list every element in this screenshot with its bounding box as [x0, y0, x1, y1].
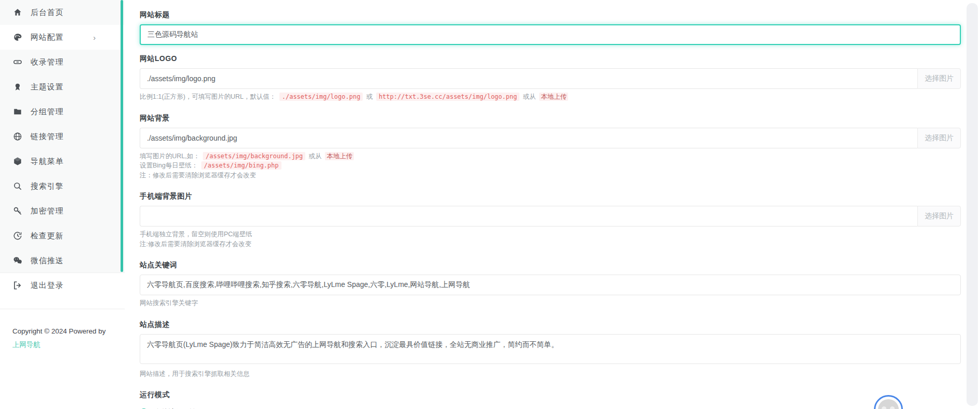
mobile-background-label: 手机端背景图片 [140, 192, 961, 201]
code-snippet: /assets/img/background.jpg [203, 152, 305, 160]
site-keywords-label: 站点关键词 [140, 261, 961, 270]
local-upload-link[interactable]: 本地上传 [325, 152, 354, 160]
local-upload-link[interactable]: 本地上传 [539, 93, 568, 101]
copyright-link[interactable]: 上网导航 [12, 338, 40, 352]
mobile-background-help: 手机端独立背景，留空则使用PC端壁纸 注:修改后需要清除浏览器缓存才会改变 [140, 230, 961, 249]
sidebar-item-wechat-push[interactable]: 微信推送 [0, 248, 125, 273]
site-background-input[interactable] [140, 128, 917, 148]
sidebar-item-label: 网站配置 [31, 33, 93, 42]
site-background-label: 网站背景 [140, 114, 961, 123]
mobile-background-input[interactable] [140, 206, 917, 226]
sidebar-item-label: 退出登录 [31, 281, 115, 291]
settings-form: 网站标题 网站LOGO 选择图片 比例1:1(正方形)，可填写图片的URL，默认… [125, 0, 980, 409]
folder-icon [13, 107, 22, 116]
cube-icon [13, 157, 22, 166]
site-keywords-input[interactable] [140, 275, 961, 295]
logout-icon [13, 281, 22, 290]
help-text: 比例1:1(正方形)，可填写图片的URL，默认值： [140, 93, 276, 100]
help-text: 设置Bing每日壁纸： [140, 162, 198, 169]
code-snippet: /assets/img/bing.php [201, 161, 281, 170]
site-title-label: 网站标题 [140, 10, 961, 20]
search-icon [13, 181, 22, 191]
sidebar-item-label: 后台首页 [31, 8, 115, 18]
site-keywords-help: 网站搜索引擎关键字 [140, 298, 961, 308]
help-text: 注:修改后需要清除浏览器缓存才会改变 [140, 239, 961, 249]
chevron-right-icon: › [93, 33, 96, 42]
site-description-label: 站点描述 [140, 320, 961, 329]
sidebar-item-dashboard[interactable]: 后台首页 [0, 0, 125, 25]
page-scrollbar-track[interactable] [967, 3, 978, 406]
sidebar-scrollbar-thumb[interactable] [121, 0, 123, 272]
sidebar-item-links[interactable]: 链接管理 [0, 124, 125, 149]
key-icon [13, 206, 22, 216]
pick-logo-button[interactable]: 选择图片 [917, 68, 961, 89]
site-description-textarea[interactable]: 六零导航页(LyLme Spage)致力于简洁高效无广告的上网导航和搜索入口，沉… [140, 334, 961, 364]
help-text: 或从 [309, 153, 322, 160]
sidebar-item-site-config[interactable]: 网站配置 › [0, 25, 125, 50]
history-icon [13, 231, 22, 240]
code-snippet: http://txt.3se.cc/assets/img/logo.png [376, 93, 519, 101]
sidebar: 后台首页 网站配置 › 收录管理 主题设置 分组管理 [0, 0, 125, 409]
copyright-text: Copyright © 2024 Powered by [12, 327, 106, 335]
sidebar-item-label: 主题设置 [31, 82, 115, 92]
globe-icon [13, 132, 22, 141]
sidebar-item-theme[interactable]: 主题设置 [0, 74, 125, 99]
link-icon [13, 57, 22, 67]
sidebar-item-label: 导航菜单 [31, 157, 115, 166]
widget-face-icon [878, 399, 899, 409]
sidebar-item-label: 链接管理 [31, 132, 115, 142]
sidebar-menu: 后台首页 网站配置 › 收录管理 主题设置 分组管理 [0, 0, 125, 273]
sidebar-item-groups[interactable]: 分组管理 [0, 99, 125, 124]
sidebar-item-logout[interactable]: 退出登录 [0, 273, 125, 298]
site-background-help: 填写图片的URL,如： /assets/img/background.jpg 或… [140, 152, 961, 180]
sidebar-item-label: 加密管理 [31, 206, 115, 216]
site-description-help: 网站描述，用于搜索引擎抓取相关信息 [140, 369, 961, 379]
sidebar-item-label: 微信推送 [31, 256, 115, 266]
help-text: 手机端独立背景，留空则使用PC端壁纸 [140, 230, 961, 239]
home-icon [13, 8, 22, 17]
sidebar-item-check-updates[interactable]: 检查更新 [0, 223, 125, 248]
sidebar-item-label: 搜索引擎 [31, 181, 115, 191]
sidebar-item-search-engines[interactable]: 搜索引擎 [0, 174, 125, 199]
site-logo-help: 比例1:1(正方形)，可填写图片的URL，默认值： ./assets/img/l… [140, 92, 961, 102]
run-mode-label: 运行模式 [140, 390, 961, 400]
pick-background-button[interactable]: 选择图片 [917, 128, 961, 148]
site-logo-input[interactable] [140, 68, 917, 89]
sidebar-item-label: 检查更新 [31, 231, 115, 241]
sidebar-item-label: 收录管理 [31, 57, 115, 67]
help-text: 或从 [523, 93, 536, 100]
run-mode-option-direct[interactable]: 直接访问(默认) [140, 406, 961, 409]
award-icon [13, 82, 22, 92]
wechat-icon [13, 256, 22, 265]
code-snippet: ./assets/img/logo.png [279, 93, 363, 101]
sidebar-item-encryption[interactable]: 加密管理 [0, 199, 125, 223]
site-title-input[interactable] [140, 24, 961, 45]
site-logo-label: 网站LOGO [140, 54, 961, 64]
sidebar-item-inclusion[interactable]: 收录管理 [0, 50, 125, 74]
palette-icon [13, 33, 22, 42]
help-text: 注：修改后需要清除浏览器缓存才会改变 [140, 172, 256, 179]
pick-mobile-background-button[interactable]: 选择图片 [917, 206, 961, 226]
help-text: 填写图片的URL,如： [140, 153, 200, 160]
sidebar-item-nav-menu[interactable]: 导航菜单 [0, 149, 125, 174]
sidebar-item-label: 分组管理 [31, 107, 115, 117]
sidebar-footer: Copyright © 2024 Powered by 上网导航 [0, 309, 125, 352]
help-text: 或 [366, 93, 373, 100]
